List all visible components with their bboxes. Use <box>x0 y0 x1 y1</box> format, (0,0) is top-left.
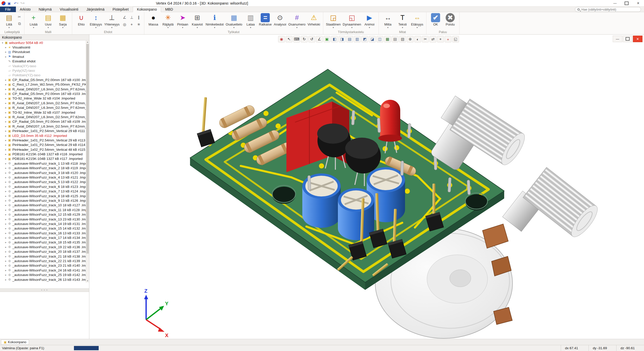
new-button[interactable]: ▤ Uusi <box>41 13 56 29</box>
green-part-icon[interactable]: ▣ <box>324 36 330 42</box>
schematics-button[interactable]: ⊞ Kaaviot <box>190 13 205 29</box>
symmetry-condition-icon[interactable]: ✳ <box>136 21 142 28</box>
tree-item[interactable]: ▸ ⚙ _autosave-WilsonFuzz_track_23 21 kB … <box>0 263 86 268</box>
maximize-button[interactable] <box>621 0 632 6</box>
expander-icon[interactable]: ▸ <box>4 51 8 53</box>
parts-list-button[interactable]: ▦ Osaluettelo <box>225 13 243 29</box>
tree-scrollbar[interactable]: ▲ ▼ <box>86 40 89 283</box>
expander-icon[interactable]: ▸ <box>4 162 8 165</box>
text-button[interactable]: T Teksti <box>395 13 410 29</box>
orbit-icon[interactable]: ↻ <box>301 36 308 42</box>
save-button[interactable]: ▣▾ <box>8 2 12 5</box>
tree-item[interactable]: ▸ ⚙ _autosave-WilsonFuzz_track_16 13 kB … <box>0 231 86 235</box>
redo-button[interactable]: ↷▾ <box>20 2 24 5</box>
tab-kokoonpano-bottom[interactable]: ▣ Kokoonpano <box>1 340 29 345</box>
tree-item[interactable]: ✎ Esivalitut ehdot <box>0 59 86 64</box>
tab-visualisointi[interactable]: Visualisointi <box>56 7 83 12</box>
expander-icon[interactable]: ▸ <box>4 157 8 160</box>
tab-nakyma[interactable]: Näkymä <box>35 7 56 12</box>
expander-icon[interactable]: ▸ <box>4 213 8 216</box>
expander-icon[interactable]: ▸ <box>4 218 8 221</box>
expander-icon[interactable]: ▸ <box>4 97 8 100</box>
tree-item[interactable]: ▸ ⚙ _autosave-WilsonFuzz_track_5 13 kB #… <box>0 180 86 184</box>
tree-item[interactable]: ▸ ▣ CP_Radial_D5.0mm_P2.00mm 167 kB #100… <box>0 78 86 82</box>
expander-icon[interactable]: ▸ <box>4 139 8 142</box>
shade-icon[interactable]: ◐ <box>414 36 421 42</box>
viewport-close-button[interactable]: ✕ <box>633 36 642 42</box>
expander-icon[interactable]: ▸ <box>4 171 8 174</box>
section-view-icon[interactable]: ◫ <box>377 36 383 42</box>
expander-icon[interactable]: ▸ <box>4 181 8 183</box>
tree-item[interactable]: ▸ ⚙ _autosave-WilsonFuzz_track_4 13 kB #… <box>0 175 86 180</box>
view-bottom-icon[interactable]: ▥ <box>354 36 361 42</box>
tree-item[interactable]: ▸ ▣ LED_D3.0mm 35 kB #112 .Imported <box>0 133 86 138</box>
expander-icon[interactable]: ▸ <box>4 195 8 197</box>
tree-item[interactable]: ▸ ⚙ _autosave-WilsonFuzz_track_20 18 kB … <box>0 249 86 254</box>
tree-item[interactable]: ▸ ⚙ _autosave-WilsonFuzz_track_13 23 kB … <box>0 217 86 221</box>
expander-icon[interactable]: ▸ <box>4 102 8 105</box>
view-top-icon[interactable]: ▤ <box>346 36 353 42</box>
load-button[interactable]: ▥ Lataa <box>243 13 258 29</box>
expander-icon[interactable]: ▸ <box>4 134 8 137</box>
series-button[interactable]: ▦ Sarja <box>56 13 70 29</box>
image-icon[interactable]: ▧ <box>399 36 406 42</box>
concentric-condition-icon[interactable]: ◎ <box>122 21 128 28</box>
expander-icon[interactable]: ▸ <box>4 190 8 193</box>
expander-icon[interactable]: ▸ <box>4 264 8 267</box>
tree-item[interactable]: ▱ Poikittain(YZ)-taso <box>0 73 86 78</box>
tree-item[interactable]: ▸ ▣ PinHeader_1x01_P2.54mm_Vertical 29 k… <box>0 138 86 142</box>
tree-item[interactable]: ▸ ⚙ _autosave-WilsonFuzz_track_22 21 kB … <box>0 259 86 263</box>
tree-item[interactable]: ▸ ⚙ _autosave-WilsonFuzz_track_19 22 kB … <box>0 245 86 249</box>
tree-item[interactable]: ▸ ⚙ _autosave-WilsonFuzz_track_8 18 kB #… <box>0 194 86 198</box>
tree-item[interactable]: ▱ Vaaka(XY)-taso <box>0 64 86 68</box>
tree-item[interactable]: ▸ ⚙ _autosave-WilsonFuzz_track_12 15 kB … <box>0 212 86 217</box>
window-icon[interactable]: ◱ <box>452 36 459 42</box>
tree-item[interactable]: ▸ ⚙ _autosave-WilsonFuzz_track_21 18 kB … <box>0 254 86 259</box>
expander-icon[interactable]: ▸ <box>4 255 8 258</box>
expander-icon[interactable]: ▸ <box>4 273 8 276</box>
tree-item[interactable]: ▸ ⚙ _autosave-WilsonFuzz_track_25 19 kB … <box>0 273 86 277</box>
tree-item[interactable]: ▸ ⚙ _autosave-WilsonFuzz_track_2 18 kB #… <box>0 166 86 170</box>
tree-item[interactable]: ▸ ⚙ _autosave-WilsonFuzz_track_26 13 kB … <box>0 277 86 282</box>
analyze-button[interactable]: ⊙ Analysoi <box>273 13 287 29</box>
coincidence-button[interactable]: ⊥ Yhteneyys <box>103 13 121 29</box>
tree-item[interactable]: ▸ ⚙ _autosave-WilsonFuzz_track_24 16 kB … <box>0 268 86 272</box>
viewport-minimize-button[interactable]: — <box>613 36 622 42</box>
expander-icon[interactable]: ▸ <box>4 83 8 86</box>
explode-button[interactable]: ✳ Räjäytä <box>161 13 175 29</box>
expander-icon[interactable]: ▸ <box>4 143 8 146</box>
expander-icon[interactable]: ▸ <box>4 246 8 248</box>
condition-button[interactable]: ∪ Ehto <box>74 13 89 29</box>
expander-icon[interactable]: ▸ <box>4 88 8 91</box>
expander-icon[interactable]: ▸ <box>4 209 8 211</box>
view-back-icon[interactable]: ◪ <box>369 36 376 42</box>
expander-icon[interactable]: ▸ <box>4 260 8 262</box>
tree-item[interactable]: ▸ ▣ R_Axial_DIN0207_L6.3mm_D2.5mm_P7.62m… <box>0 101 86 105</box>
expander-icon[interactable]: ▸ <box>4 185 8 188</box>
tree-item[interactable]: ▸ ⚙ _autosave-WilsonFuzz_track_15 14 kB … <box>0 226 86 231</box>
tree-item[interactable]: ▱ Pysty(XZ)-taso <box>0 68 86 73</box>
tree-item[interactable]: ▸ ⚙ _autosave-WilsonFuzz_track_11 18 kB … <box>0 208 86 212</box>
tree-item[interactable]: ▸ ⚙ _autosave-WilsonFuzz_track_10 18 kB … <box>0 203 86 208</box>
tree-item[interactable]: ▸ ▣ PinHeader_1x01_P2.54mm_Vertical 29 k… <box>0 129 86 133</box>
viewport-restore-button[interactable] <box>623 36 632 42</box>
measure-point-icon[interactable]: ⌖ <box>437 36 444 42</box>
expander-icon[interactable]: ▸ <box>4 269 8 272</box>
axes-icon[interactable]: + <box>445 36 451 42</box>
expander-icon[interactable]: ▸ <box>4 222 8 225</box>
tree-item[interactable]: ▾ ▣ wilsonfuzz 5054 kB #0 <box>0 40 86 45</box>
tree-item[interactable]: ▸ ▣ CP_Radial_D5.0mm_P2.00mm 167 kB #109… <box>0 119 86 124</box>
expander-icon[interactable]: ▸ <box>4 278 8 281</box>
measure-button[interactable]: ↔ Mitta <box>381 13 395 29</box>
tree-item[interactable]: ▸ ⚙ _autosave-WilsonFuzz_track_7 13 kB #… <box>0 189 86 194</box>
potentiometer-upper[interactable] <box>430 91 529 171</box>
animate-button[interactable]: ▶ Animoi <box>362 13 377 29</box>
scrollbar-thumb[interactable] <box>86 44 89 254</box>
tree-item[interactable]: ▸ ⚙ _autosave-WilsonFuzz_track_9 13 kB #… <box>0 198 86 203</box>
dynamic-collision-button[interactable]: ◱ Dynaaminen <box>342 13 362 29</box>
minimize-button[interactable]: — <box>609 0 621 6</box>
assembly-tree[interactable]: ▾ ▣ wilsonfuzz 5054 kB #0 ▸ ☀ Visualisoi… <box>0 40 86 283</box>
tree-item[interactable]: ▸ ⚙ _autosave-WilsonFuzz_track_3 18 kB #… <box>0 170 86 175</box>
search-input[interactable] <box>581 8 638 11</box>
paste-button[interactable]: ▤ Liitä <box>2 13 16 29</box>
